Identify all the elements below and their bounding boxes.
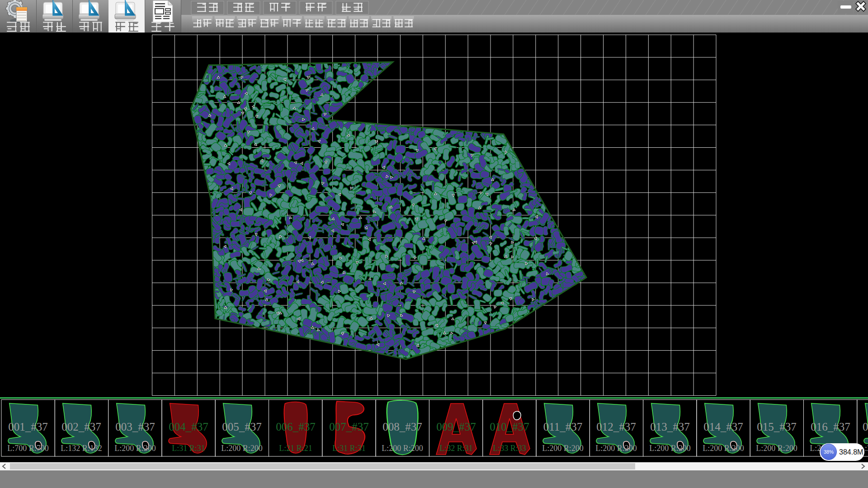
svg-text:L:31 R:31: L:31 R:31 [332, 444, 366, 453]
svg-text:015_#37: 015_#37 [757, 421, 797, 433]
svg-text:L:132 R:132: L:132 R:132 [61, 444, 102, 453]
svg-text:L:31 R:31: L:31 R:31 [172, 444, 205, 453]
svg-text:L:200 R:200: L:200 R:200 [649, 444, 691, 453]
svg-text:014_#37: 014_#37 [703, 421, 743, 433]
svg-text:002_#37: 002_#37 [61, 421, 101, 433]
svg-text:L:200 R:200: L:200 R:200 [542, 444, 584, 453]
svg-text:011_#37: 011_#37 [543, 421, 583, 433]
svg-text:003_#37: 003_#37 [115, 421, 155, 433]
svg-text:001_#37: 001_#37 [8, 421, 48, 433]
svg-text:012_#37: 012_#37 [596, 421, 636, 433]
svg-text:384.8M: 384.8M [839, 448, 863, 456]
svg-text:L:200 R:200: L:200 R:200 [756, 444, 797, 453]
svg-text:008_#37: 008_#37 [382, 421, 422, 433]
svg-text:013_#37: 013_#37 [650, 421, 690, 433]
svg-text:L:200 R:200: L:200 R:200 [382, 444, 423, 453]
svg-text:005_#37: 005_#37 [222, 421, 262, 433]
svg-text:L:21 R:21: L:21 R:21 [279, 444, 312, 453]
svg-text:007_#37: 007_#37 [329, 421, 369, 433]
svg-text:L:200 R:200: L:200 R:200 [221, 444, 263, 453]
svg-text:L:32 R:31: L:32 R:31 [439, 444, 473, 453]
svg-text:009_#37: 009_#37 [436, 421, 476, 433]
svg-text:38%: 38% [824, 449, 834, 455]
svg-text:L:200 R:200: L:200 R:200 [703, 444, 744, 453]
svg-text:L:700 R:700: L:700 R:700 [7, 444, 49, 453]
svg-text:016_#37: 016_#37 [811, 421, 850, 433]
svg-text:L:200 R:200: L:200 R:200 [595, 444, 637, 453]
svg-text:004_#37: 004_#37 [169, 421, 208, 433]
svg-text:006_#37: 006_#37 [276, 421, 316, 433]
svg-text:01: 01 [863, 421, 868, 433]
svg-text:L:200 R:200: L:200 R:200 [114, 444, 156, 453]
svg-text:L:33 R:33: L:33 R:33 [493, 444, 526, 453]
svg-text:010_#37: 010_#37 [490, 421, 529, 433]
